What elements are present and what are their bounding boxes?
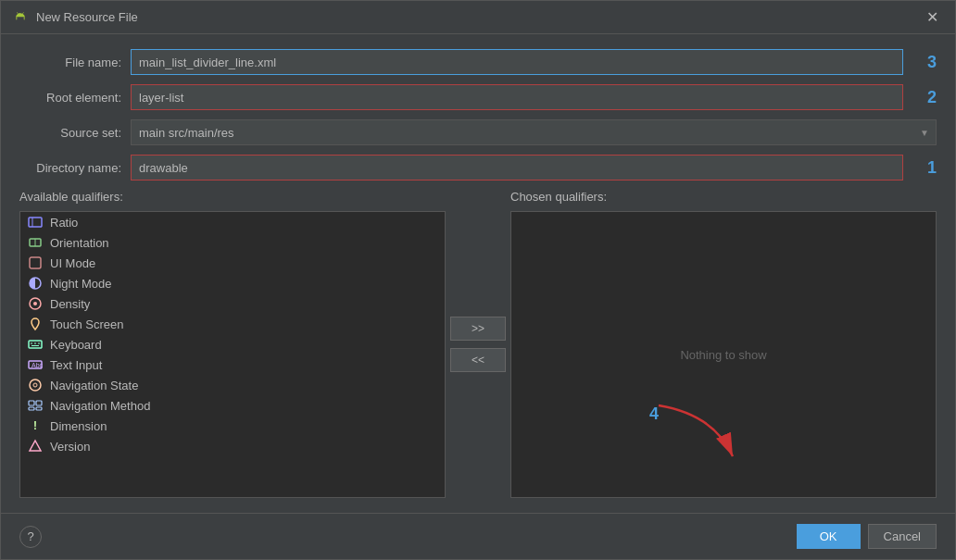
qualifier-label-orientation: Orientation <box>50 236 109 250</box>
arrow-panel: >> << <box>446 190 510 498</box>
bottom-bar: ? OK Cancel <box>1 513 955 559</box>
qualifier-label-touch-screen: Touch Screen <box>50 317 124 331</box>
ratio-icon <box>28 215 43 230</box>
qualifier-label-text-input: Text Input <box>50 358 102 372</box>
title-bar: New Resource File ✕ <box>1 1 955 34</box>
orientation-icon <box>28 235 43 250</box>
svg-rect-18 <box>36 401 42 405</box>
root-element-annotation: 2 <box>927 88 937 107</box>
svg-rect-19 <box>29 407 34 410</box>
directory-name-label: Directory name: <box>19 161 121 175</box>
svg-rect-4 <box>30 257 41 268</box>
root-element-row: Root element: 2 <box>19 84 937 110</box>
root-element-label: Root element: <box>19 91 121 105</box>
file-name-row: File name: 3 <box>19 49 937 75</box>
file-name-label: File name: <box>19 56 121 69</box>
chosen-qualifiers-panel: Chosen qualifiers: Nothing to show <box>510 190 937 498</box>
directory-name-row: Directory name: 1 <box>19 155 937 180</box>
svg-point-15 <box>30 380 41 391</box>
source-set-wrapper: main src/main/res ▼ <box>131 119 937 145</box>
svg-marker-22 <box>30 441 41 451</box>
available-qualifiers-list[interactable]: Ratio Orientation UI Mode <box>19 211 446 498</box>
nothing-to-show-text: Nothing to show <box>680 348 766 362</box>
annotation-4-container: 4 <box>649 404 659 424</box>
keyboard-icon <box>28 337 43 352</box>
qualifier-item-navigation-state[interactable]: Navigation State <box>20 375 445 395</box>
directory-name-annotation: 1 <box>927 158 937 178</box>
qualifier-label-navigation-state: Navigation State <box>50 379 138 392</box>
file-name-annotation: 3 <box>927 53 937 72</box>
qualifier-label-ratio: Ratio <box>50 216 78 230</box>
ui-mode-icon <box>28 255 43 270</box>
new-resource-file-dialog: New Resource File ✕ File name: 3 Root el… <box>0 0 956 560</box>
svg-rect-17 <box>29 401 34 405</box>
chosen-qualifiers-list: Nothing to show <box>510 211 937 498</box>
help-button[interactable]: ? <box>19 526 42 548</box>
source-set-select[interactable]: main src/main/res <box>131 119 937 145</box>
qualifier-item-orientation[interactable]: Orientation <box>20 232 445 253</box>
title-bar-left: New Resource File <box>12 9 138 26</box>
svg-point-16 <box>33 383 37 387</box>
source-set-row: Source set: main src/main/res ▼ <box>19 119 937 145</box>
android-icon <box>12 9 29 26</box>
navigation-state-icon <box>28 378 43 392</box>
qualifiers-section: Available qualifiers: Ratio Orientation <box>19 190 937 498</box>
svg-text:Abc: Abc <box>31 362 43 368</box>
touch-screen-icon <box>28 317 43 331</box>
svg-rect-20 <box>36 407 42 410</box>
qualifier-label-ui-mode: UI Mode <box>50 256 95 270</box>
chosen-qualifiers-label: Chosen qualifiers: <box>510 190 937 204</box>
qualifier-item-navigation-method[interactable]: Navigation Method <box>20 395 445 416</box>
qualifier-item-ratio[interactable]: Ratio <box>20 212 445 232</box>
bottom-buttons: OK Cancel <box>797 524 937 549</box>
remove-qualifier-button[interactable]: << <box>450 348 506 372</box>
close-button[interactable]: ✕ <box>921 8 944 27</box>
qualifier-label-density: Density <box>50 297 90 311</box>
version-icon <box>28 439 43 454</box>
file-name-input[interactable] <box>131 49 903 75</box>
source-set-label: Source set: <box>19 126 121 140</box>
qualifier-item-touch-screen[interactable]: Touch Screen <box>20 314 445 334</box>
qualifier-label-keyboard: Keyboard <box>50 338 102 352</box>
night-mode-icon <box>28 276 43 291</box>
cancel-button[interactable]: Cancel <box>868 524 937 549</box>
svg-point-7 <box>33 302 37 305</box>
qualifier-item-version[interactable]: Version <box>20 436 445 456</box>
ok-button[interactable]: OK <box>797 524 861 549</box>
qualifier-item-density[interactable]: Density <box>20 293 445 314</box>
annotation-4: 4 <box>649 404 659 423</box>
qualifier-item-ui-mode[interactable]: UI Mode <box>20 253 445 273</box>
qualifier-label-navigation-method: Navigation Method <box>50 399 150 413</box>
qualifier-label-version: Version <box>50 440 90 454</box>
dialog-title: New Resource File <box>36 10 138 24</box>
dimension-icon: ! <box>28 418 43 433</box>
root-element-input[interactable] <box>131 84 903 110</box>
svg-text:!: ! <box>33 419 37 432</box>
qualifier-item-keyboard[interactable]: Keyboard <box>20 334 445 355</box>
add-qualifier-button[interactable]: >> <box>450 317 506 341</box>
svg-rect-8 <box>29 341 42 348</box>
directory-name-input[interactable] <box>131 155 903 180</box>
qualifier-item-dimension[interactable]: ! Dimension <box>20 416 445 436</box>
qualifier-label-night-mode: Night Mode <box>50 277 111 291</box>
qualifier-item-night-mode[interactable]: Night Mode <box>20 273 445 293</box>
dialog-content: File name: 3 Root element: 2 Source set:… <box>1 34 955 513</box>
text-input-icon: Abc <box>28 357 43 372</box>
navigation-method-icon <box>28 398 43 413</box>
qualifier-item-text-input[interactable]: Abc Text Input <box>20 355 445 375</box>
qualifier-label-dimension: Dimension <box>50 419 107 433</box>
available-qualifiers-panel: Available qualifiers: Ratio Orientation <box>19 190 446 498</box>
density-icon <box>28 296 43 311</box>
svg-rect-0 <box>29 218 42 227</box>
available-qualifiers-label: Available qualifiers: <box>19 190 446 204</box>
